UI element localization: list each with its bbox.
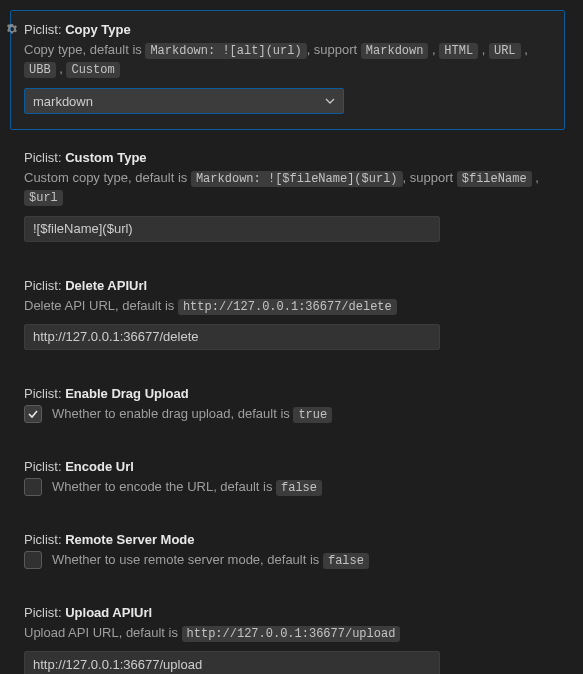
setting-description: Upload API URL, default is http://127.0.… <box>24 624 551 643</box>
setting-description: Delete API URL, default is http://127.0.… <box>24 297 551 316</box>
setting-remote-mode: Piclist: Remote Server Mode Whether to u… <box>10 520 565 585</box>
setting-custom-type: Piclist: Custom Type Custom copy type, d… <box>10 138 565 258</box>
upload-api-input[interactable] <box>24 651 440 674</box>
settings-container: Piclist: Copy Type Copy type, default is… <box>0 0 583 674</box>
remote-mode-checkbox[interactable] <box>24 551 42 569</box>
setting-title: Piclist: Remote Server Mode <box>24 532 551 547</box>
checkbox-label: Whether to encode the URL, default is fa… <box>52 479 322 495</box>
custom-type-input[interactable] <box>24 216 440 242</box>
checkbox-label: Whether to use remote server mode, defau… <box>52 552 369 568</box>
setting-encode-url: Piclist: Encode Url Whether to encode th… <box>10 447 565 512</box>
copy-type-select[interactable]: markdown <box>24 88 344 114</box>
setting-description: Copy type, default is Markdown: ![alt](u… <box>24 41 551 80</box>
setting-delete-api: Piclist: Delete APIUrl Delete API URL, d… <box>10 266 565 366</box>
setting-description: Custom copy type, default is Markdown: !… <box>24 169 551 208</box>
copy-type-select-wrapper: markdown <box>24 88 344 114</box>
setting-title: Piclist: Enable Drag Upload <box>24 386 551 401</box>
setting-title: Piclist: Custom Type <box>24 150 551 165</box>
gear-icon[interactable] <box>5 23 19 37</box>
enable-drag-checkbox[interactable] <box>24 405 42 423</box>
setting-title: Piclist: Encode Url <box>24 459 551 474</box>
setting-enable-drag: Piclist: Enable Drag Upload Whether to e… <box>10 374 565 439</box>
check-icon <box>27 408 39 420</box>
setting-title: Piclist: Copy Type <box>24 22 551 37</box>
delete-api-input[interactable] <box>24 324 440 350</box>
setting-upload-api: Piclist: Upload APIUrl Upload API URL, d… <box>10 593 565 674</box>
setting-title: Piclist: Upload APIUrl <box>24 605 551 620</box>
setting-copy-type: Piclist: Copy Type Copy type, default is… <box>10 10 565 130</box>
checkbox-label: Whether to enable drag upload, default i… <box>52 406 332 422</box>
setting-title: Piclist: Delete APIUrl <box>24 278 551 293</box>
encode-url-checkbox[interactable] <box>24 478 42 496</box>
